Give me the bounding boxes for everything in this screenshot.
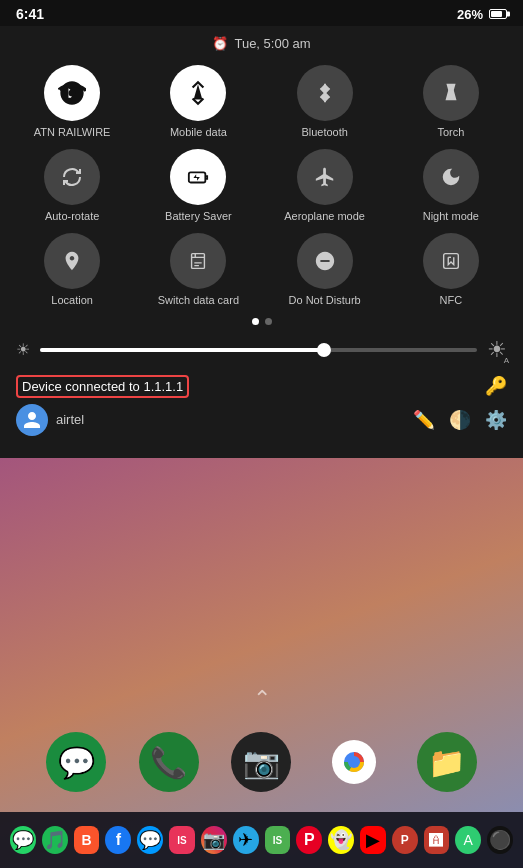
svg-rect-1 [448,90,454,92]
carrier-icons: ✏️ 🌗 ⚙️ [413,409,507,431]
tile-label-torch: Torch [437,126,464,139]
tile-label-do-not-disturb: Do Not Disturb [289,294,361,307]
brightness-thumb [317,343,331,357]
vpn-row: Device connected to 1.1.1.1 🔑 [12,375,511,398]
tile-mobile-data[interactable]: Mobile data [138,65,258,139]
tile-icon-battery-saver [170,149,226,205]
chevron-up-icon[interactable]: ⌃ [253,686,271,712]
dock-app11[interactable]: P [392,826,418,854]
battery-icon [489,9,507,19]
page-indicator [12,318,511,325]
brightness-high-icon-wrap: ☀ A [487,337,507,363]
alarm-icon: ⏰ [212,36,228,51]
dock-app8[interactable]: IS [265,826,291,854]
status-bar: 6:41 26% [0,0,523,26]
home-icon-chrome[interactable] [324,732,384,792]
brightness-slider[interactable] [40,348,477,352]
carrier-left: airtel [16,404,84,436]
tile-torch[interactable]: Torch [391,65,511,139]
settings-icon[interactable]: ⚙️ [485,409,507,431]
tile-label-atn-railwire: ATN RAILWIRE [34,126,111,139]
tile-do-not-disturb[interactable]: Do Not Disturb [265,233,385,307]
dock-pinterest[interactable]: P [296,826,322,854]
dock-app12[interactable]: 🅰 [424,826,450,854]
svg-point-7 [348,756,360,768]
date-text: Tue, 5:00 am [234,36,310,51]
home-icons-row: 💬 📞 📷 📁 [0,732,523,792]
dock-app14[interactable]: ⚫ [487,826,513,854]
svg-point-0 [69,90,76,97]
tile-nfc[interactable]: NFC [391,233,511,307]
dock-app13[interactable]: A [455,826,481,854]
tile-icon-night-mode [423,149,479,205]
tile-icon-nfc [423,233,479,289]
tile-location[interactable]: Location [12,233,132,307]
vpn-connected-box: Device connected to 1.1.1.1 [16,375,189,398]
dock-youtube[interactable]: ▶ [360,826,386,854]
tile-label-night-mode: Night mode [423,210,479,223]
quick-settings-panel: ⏰ Tue, 5:00 am ATN RAILWIRE [0,26,523,458]
home-icon-files[interactable]: 📁 [417,732,477,792]
carrier-name: airtel [56,412,84,427]
dock-facebook[interactable]: f [105,826,131,854]
tile-icon-auto-rotate [44,149,100,205]
tile-battery-saver[interactable]: Battery Saver [138,149,258,223]
user-avatar[interactable] [16,404,48,436]
dock-instagram[interactable]: 📷 [201,826,227,854]
brightness-low-icon: ☀ [16,340,30,359]
vpn-connected-text: Device connected to 1.1.1.1 [22,379,183,394]
tile-icon-mobile-data [170,65,226,121]
dock-whatsapp[interactable]: 💬 [10,826,36,854]
tile-icon-do-not-disturb [297,233,353,289]
home-icon-phone[interactable]: 📞 [139,732,199,792]
dock-bar: 💬 🎵 B f 💬 IS 📷 ✈ IS P 👻 ▶ P 🅰 A ⚫ [0,812,523,868]
tile-label-aeroplane-mode: Aeroplane mode [284,210,365,223]
tile-atn-railwire[interactable]: ATN RAILWIRE [12,65,132,139]
dock-snapchat[interactable]: 👻 [328,826,354,854]
brightness-fill [40,348,324,352]
tile-aeroplane-mode[interactable]: Aeroplane mode [265,149,385,223]
tile-label-bluetooth: Bluetooth [301,126,347,139]
theme-icon[interactable]: 🌗 [449,409,471,431]
tile-icon-aeroplane-mode [297,149,353,205]
date-row: ⏰ Tue, 5:00 am [12,36,511,51]
home-icon-messages[interactable]: 💬 [46,732,106,792]
tile-night-mode[interactable]: Night mode [391,149,511,223]
tile-label-battery-saver: Battery Saver [165,210,232,223]
tile-auto-rotate[interactable]: Auto-rotate [12,149,132,223]
tile-icon-switch-data-card [170,233,226,289]
dot-2 [265,318,272,325]
tile-icon-bluetooth [297,65,353,121]
brightness-auto-label: A [504,356,509,365]
tile-label-switch-data-card: Switch data card [158,294,239,307]
tile-icon-torch [423,65,479,121]
tiles-grid: ATN RAILWIRE Mobile data Bluetooth [12,65,511,308]
tile-label-auto-rotate: Auto-rotate [45,210,99,223]
dock-telegram[interactable]: ✈ [233,826,259,854]
home-icon-camera[interactable]: 📷 [231,732,291,792]
dock-app6[interactable]: IS [169,826,195,854]
tile-icon-location [44,233,100,289]
tile-label-nfc: NFC [440,294,463,307]
dock-messenger[interactable]: 💬 [137,826,163,854]
tile-label-mobile-data: Mobile data [170,126,227,139]
homescreen: ⌃ 💬 📞 📷 📁 [0,522,523,812]
tile-icon-atn-railwire [44,65,100,121]
vpn-key-icon[interactable]: 🔑 [485,375,507,397]
status-right: 26% [457,7,507,22]
dock-spotify[interactable]: 🎵 [42,826,68,854]
tile-bluetooth[interactable]: Bluetooth [265,65,385,139]
tile-switch-data-card[interactable]: Switch data card [138,233,258,307]
dot-1 [252,318,259,325]
edit-icon[interactable]: ✏️ [413,409,435,431]
dock-brave[interactable]: B [74,826,100,854]
brightness-row[interactable]: ☀ ☀ A [12,337,511,363]
battery-percentage: 26% [457,7,483,22]
carrier-row: airtel ✏️ 🌗 ⚙️ [12,404,511,444]
tile-label-location: Location [51,294,93,307]
time-display: 6:41 [16,6,44,22]
